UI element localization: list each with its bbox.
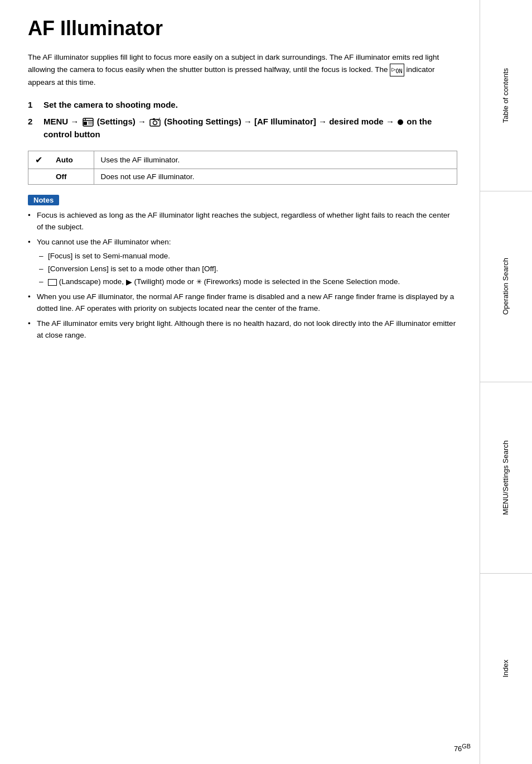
settings-icon [83,118,94,127]
indicator-icon: ▷ON [390,64,404,76]
step-2-text: MENU → (Settings) → [43,116,457,141]
off-label-cell: Off [49,169,94,185]
step-1-text: Set the camera to shooting mode. [43,99,178,112]
settings-table: ✔ Auto Uses the AF illuminator. Off Does… [28,151,457,185]
note-item-3: When you use AF illuminator, the normal … [28,291,457,315]
off-icon-cell [28,169,50,185]
landscape-mode-icon [48,279,57,286]
sidebar-item-operation-search[interactable]: Operation Search [480,191,532,383]
page-number: 76GB [454,744,471,753]
sidebar-item-index[interactable]: Index [480,574,532,765]
twilight-mode-icon: ▶ [126,276,132,289]
main-content: AF Illuminator The AF illuminator suppli… [0,0,480,764]
page-footer: 76GB [454,743,471,753]
svg-point-7 [153,121,157,125]
svg-rect-5 [84,122,87,125]
svg-rect-8 [153,118,155,120]
note-item-2: You cannot use the AF illuminator when: … [28,237,457,288]
note-item-4: The AF illuminator emits very bright lig… [28,318,457,342]
note-item-1: Focus is achieved as long as the AF illu… [28,210,457,233]
svg-point-9 [158,120,159,121]
auto-icon-cell: ✔ [28,151,50,169]
camera-settings-icon [149,118,161,127]
step-1-number: 1 [28,99,43,112]
notes-list: Focus is achieved as long as the AF illu… [28,210,457,342]
sub-item-3: (Landscape) mode, ▶ (Twilight) mode or ✳… [37,276,457,289]
checkmark-icon: ✔ [35,155,42,165]
page-title: AF Illuminator [28,17,457,40]
sub-item-2: [Conversion Lens] is set to a mode other… [37,263,457,275]
sub-item-1: [Focus] is set to Semi-manual mode. [37,251,457,262]
fireworks-mode-icon: ✳ [196,277,202,287]
step-2: 2 MENU → (Settings) → [28,116,457,141]
auto-label-cell: Auto [49,151,94,169]
note-sub-list: [Focus] is set to Semi-manual mode. [Con… [37,251,457,289]
page-container: AF Illuminator The AF illuminator suppli… [0,0,532,764]
sidebar: Table of contents Operation Search MENU/… [480,0,532,764]
sidebar-item-menu-settings-search[interactable]: MENU/Settings Search [480,382,532,574]
sidebar-label-toc: Table of contents [501,68,511,123]
notes-section: Notes Focus is achieved as long as the A… [28,195,457,342]
intro-paragraph: The AF illuminator supplies fill light t… [28,51,457,89]
table-row: ✔ Auto Uses the AF illuminator. [28,151,457,169]
table-row: Off Does not use AF illuminator. [28,169,457,185]
sidebar-label-menu-settings: MENU/Settings Search [501,440,511,515]
sidebar-label-operation-search: Operation Search [501,258,511,315]
off-desc-cell: Does not use AF illuminator. [94,169,457,185]
auto-desc-cell: Uses the AF illuminator. [94,151,457,169]
step-1: 1 Set the camera to shooting mode. [28,99,457,112]
notes-badge: Notes [28,195,59,205]
steps-section: 1 Set the camera to shooting mode. 2 MEN… [28,99,457,141]
step-2-number: 2 [28,116,43,128]
control-button-icon [398,119,403,125]
sidebar-label-index: Index [501,660,511,677]
svg-line-11 [159,118,160,119]
sidebar-item-table-of-contents[interactable]: Table of contents [480,0,532,191]
